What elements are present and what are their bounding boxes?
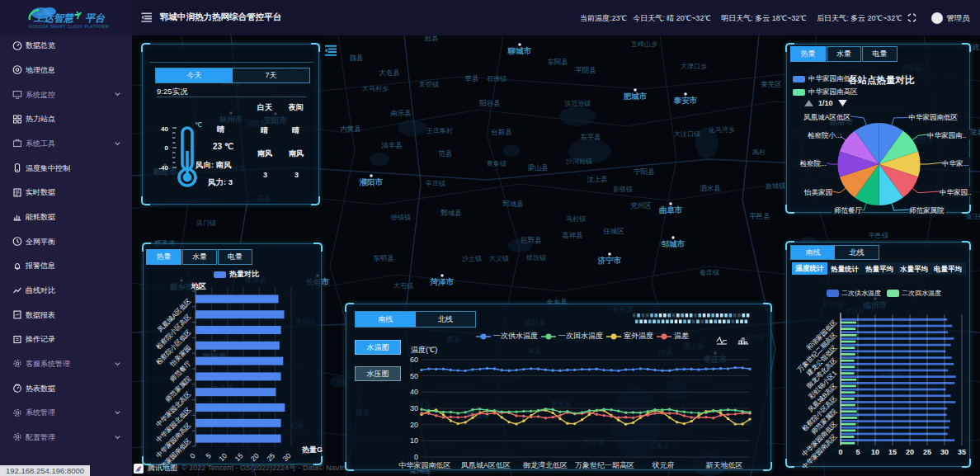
svg-text:0: 0 <box>188 451 197 460</box>
svg-text:肥城市: 肥城市 <box>623 92 648 101</box>
svg-text:25: 25 <box>923 448 931 456</box>
svg-text:五峰山乡: 五峰山乡 <box>631 40 657 48</box>
svg-text:禹村: 禹村 <box>752 148 766 156</box>
svg-text:15: 15 <box>233 451 245 463</box>
svg-text:5: 5 <box>855 448 860 456</box>
svg-text:大义镇: 大义镇 <box>489 255 509 262</box>
svg-text:25: 25 <box>265 451 276 463</box>
svg-text:化马湾乡: 化马湾乡 <box>708 126 735 134</box>
svg-text:-40: -40 <box>158 164 168 172</box>
svg-text:平邑县: 平邑县 <box>749 212 770 220</box>
svg-text:莘县: 莘县 <box>465 74 480 82</box>
svg-text:35: 35 <box>958 448 966 456</box>
svg-text:淇门镇: 淇门镇 <box>196 219 216 227</box>
svg-text:魏县: 魏县 <box>350 54 365 62</box>
svg-text:检察院小...: 检察院小... <box>808 131 841 139</box>
svg-text:巨野县: 巨野县 <box>521 236 542 244</box>
svg-text:大马村乡: 大马村乡 <box>362 85 389 92</box>
svg-text:50: 50 <box>410 372 418 380</box>
svg-text:汶上县: 汶上县 <box>587 175 608 183</box>
svg-text:任城区: 任城区 <box>602 227 624 235</box>
svg-text:梁山县: 梁山县 <box>527 163 549 172</box>
svg-text:莱芜区: 莱芜区 <box>761 80 782 88</box>
svg-text:泗水县: 泗水县 <box>700 184 721 192</box>
svg-text:范县: 范县 <box>439 149 454 158</box>
svg-text:工达智慧: 工达智慧 <box>33 12 75 24</box>
svg-text:万象世纪一期高区: 万象世纪一期高区 <box>575 461 634 469</box>
svg-text:30: 30 <box>281 451 293 463</box>
svg-text:10: 10 <box>410 436 418 445</box>
svg-text:凤凰城A区低区: 凤凰城A区低区 <box>461 461 511 469</box>
svg-text:℃: ℃ <box>195 121 202 129</box>
svg-text:60: 60 <box>410 356 418 364</box>
svg-text:泰安市: 泰安市 <box>673 96 698 105</box>
svg-text:郓城县: 郓城县 <box>502 200 524 208</box>
svg-text:中华家园..: 中华家园.. <box>940 188 971 196</box>
svg-text:中华家...: 中华家... <box>942 159 969 167</box>
svg-text:兖州区: 兖州区 <box>630 201 652 210</box>
svg-text:台前县: 台前县 <box>491 128 512 136</box>
svg-text:0: 0 <box>838 448 842 456</box>
svg-text:东阿县: 东阿县 <box>547 58 568 66</box>
svg-text:20: 20 <box>249 451 261 463</box>
svg-text:辛庄镇: 辛庄镇 <box>426 180 445 187</box>
svg-text:中华家园南..: 中华家园南.. <box>927 131 966 139</box>
svg-text:平阴县: 平阴县 <box>575 66 596 74</box>
svg-text:曲阜市: 曲阜市 <box>659 205 683 214</box>
svg-text:平邑镇: 平邑镇 <box>869 232 888 239</box>
svg-text:濮阳市: 濮阳市 <box>359 177 384 186</box>
svg-text:宁阳县: 宁阳县 <box>634 167 655 176</box>
svg-text:石佛镇: 石佛镇 <box>487 75 506 82</box>
svg-text:东平县: 东平县 <box>580 133 601 141</box>
svg-text:大屯镇: 大屯镇 <box>393 282 413 290</box>
svg-text:中华家园南低区: 中华家园南低区 <box>909 113 959 121</box>
svg-text:凤凰城A区低区: 凤凰城A区低区 <box>803 113 850 121</box>
svg-text:10: 10 <box>871 448 879 456</box>
svg-text:鄄城县: 鄄城县 <box>441 209 462 217</box>
svg-text:新天地低区: 新天地低区 <box>706 461 743 469</box>
svg-text:状元府: 状元府 <box>652 461 675 469</box>
svg-text:内黄县: 内黄县 <box>340 125 361 133</box>
svg-text:阳谷县: 阳谷县 <box>479 99 501 107</box>
svg-text:纸坊镇: 纸坊镇 <box>526 254 546 262</box>
svg-text:聊城市: 聊城市 <box>507 46 532 55</box>
svg-text:看庄镇: 看庄镇 <box>700 269 719 276</box>
svg-text:马村镇: 马村镇 <box>566 215 586 223</box>
svg-text:师范餐厅: 师范餐厅 <box>834 206 863 214</box>
svg-text:御龙湾北低区: 御龙湾北低区 <box>523 461 568 469</box>
svg-text:嘉祥县: 嘉祥县 <box>562 231 583 239</box>
svg-text:0: 0 <box>414 453 418 461</box>
svg-text:济宁市: 济宁市 <box>597 256 622 265</box>
svg-text:检察院...: 检察院... <box>799 159 827 167</box>
svg-text:新驿镇: 新驿镇 <box>613 186 633 193</box>
svg-text:放城镇: 放城镇 <box>766 182 785 190</box>
svg-text:南乐县: 南乐县 <box>390 109 412 117</box>
svg-text:清丰县: 清丰县 <box>381 141 403 149</box>
svg-text:束馆镇: 束馆镇 <box>419 81 439 88</box>
svg-text:沙土镇: 沙土镇 <box>462 255 482 262</box>
svg-text:东明县: 东明县 <box>373 254 394 262</box>
svg-text:菏泽市: 菏泽市 <box>430 277 455 286</box>
svg-text:洪范池镇: 洪范池镇 <box>564 100 591 107</box>
svg-text:0: 0 <box>165 144 169 152</box>
svg-text:20: 20 <box>906 448 914 456</box>
svg-text:热量G: 热量G <box>301 445 323 454</box>
svg-text:30: 30 <box>940 448 949 456</box>
svg-text:黄集镇: 黄集镇 <box>487 160 506 167</box>
svg-text:怡美家园: 怡美家园 <box>803 188 832 196</box>
svg-text:10: 10 <box>217 451 229 463</box>
svg-text:30: 30 <box>410 404 418 412</box>
svg-text:40: 40 <box>410 388 418 396</box>
svg-text:邹城市: 邹城市 <box>661 239 686 248</box>
svg-text:15: 15 <box>888 448 897 456</box>
svg-text:大汶口镇: 大汶口镇 <box>674 130 700 138</box>
svg-text:5: 5 <box>204 451 213 460</box>
svg-text:大津口乡: 大津口乡 <box>681 63 707 70</box>
svg-text:40: 40 <box>161 125 168 133</box>
svg-text:GONGDA SMART CLOUD PLATFORM: GONGDA SMART CLOUD PLATFORM <box>29 25 109 29</box>
svg-text:冠县: 冠县 <box>425 35 440 42</box>
svg-text:沙河站镇: 沙河站镇 <box>566 158 592 165</box>
svg-text:徐镇镇: 徐镇镇 <box>391 214 411 221</box>
svg-text:20: 20 <box>410 421 418 429</box>
svg-text:王庄集村: 王庄集村 <box>426 127 453 134</box>
